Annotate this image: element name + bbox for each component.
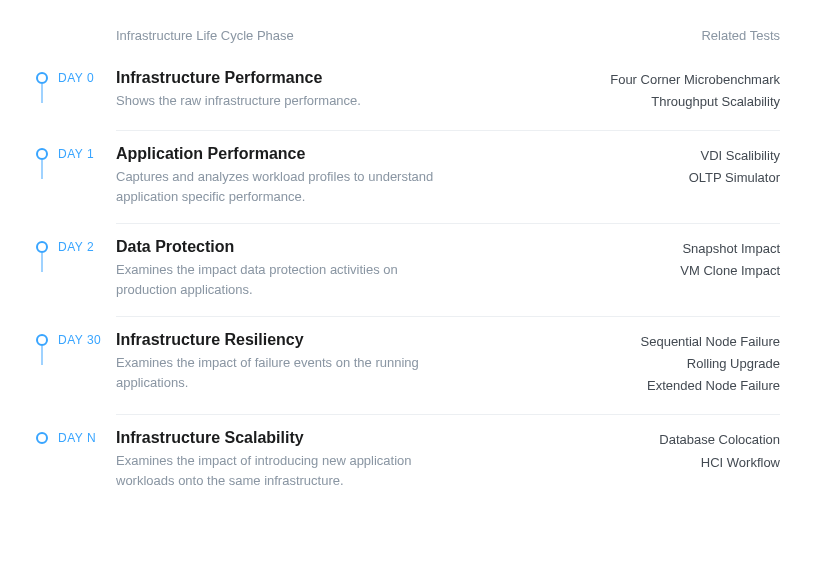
timeline-marker-icon (36, 241, 48, 253)
timeline-connector (41, 346, 43, 365)
related-test: Four Corner Microbenchmark (570, 69, 780, 91)
tests-col: Snapshot Impact VM Clone Impact (570, 238, 780, 282)
day-col: DAY 0 (36, 69, 116, 85)
phase-title: Infrastructure Performance (116, 69, 550, 87)
phase-title: Infrastructure Scalability (116, 429, 550, 447)
timeline-connector (41, 253, 43, 272)
related-test: Snapshot Impact (570, 238, 780, 260)
phase-description: Examines the impact of failure events on… (116, 353, 436, 392)
tests-col: Sequential Node Failure Rolling Upgrade … (570, 331, 780, 397)
phase-col: Application Performance Captures and ana… (116, 145, 570, 206)
phase-row: DAY 0 Infrastructure Performance Shows t… (36, 65, 780, 131)
timeline-marker-icon (36, 334, 48, 346)
header-right-label: Related Tests (701, 28, 780, 43)
day-col: DAY 1 (36, 145, 116, 161)
related-test: Throughput Scalability (570, 91, 780, 113)
day-label: DAY N (58, 431, 96, 445)
phase-col: Data Protection Examines the impact data… (116, 238, 570, 299)
phase-col: Infrastructure Performance Shows the raw… (116, 69, 570, 111)
related-test: VM Clone Impact (570, 260, 780, 282)
timeline: DAY 0 Infrastructure Performance Shows t… (36, 65, 780, 508)
related-test: OLTP Simulator (570, 167, 780, 189)
related-test: HCI Workflow (570, 452, 780, 474)
phase-description: Shows the raw infrastructure performance… (116, 91, 436, 111)
day-col: DAY 2 (36, 238, 116, 254)
related-test: VDI Scalibility (570, 145, 780, 167)
phase-row: DAY N Infrastructure Scalability Examine… (36, 415, 780, 508)
day-col: DAY 30 (36, 331, 116, 347)
day-label: DAY 30 (58, 333, 101, 347)
timeline-marker-icon (36, 148, 48, 160)
tests-col: VDI Scalibility OLTP Simulator (570, 145, 780, 189)
phase-title: Infrastructure Resiliency (116, 331, 550, 349)
related-test: Extended Node Failure (570, 375, 780, 397)
day-label: DAY 1 (58, 147, 94, 161)
phase-row: DAY 1 Application Performance Captures a… (36, 131, 780, 224)
phase-description: Captures and analyzes workload profiles … (116, 167, 436, 206)
related-test: Sequential Node Failure (570, 331, 780, 353)
header-row: Infrastructure Life Cycle Phase Related … (36, 28, 780, 43)
day-col: DAY N (36, 429, 116, 445)
diagram-wrap: Infrastructure Life Cycle Phase Related … (0, 0, 816, 528)
phase-col: Infrastructure Scalability Examines the … (116, 429, 570, 490)
related-test: Database Colocation (570, 429, 780, 451)
phase-description: Examines the impact of introducing new a… (116, 451, 436, 490)
timeline-connector (41, 84, 43, 103)
header-left-label: Infrastructure Life Cycle Phase (116, 28, 294, 43)
phase-description: Examines the impact data protection acti… (116, 260, 436, 299)
phase-title: Data Protection (116, 238, 550, 256)
tests-col: Four Corner Microbenchmark Throughput Sc… (570, 69, 780, 113)
tests-col: Database Colocation HCI Workflow (570, 429, 780, 473)
phase-row: DAY 30 Infrastructure Resiliency Examine… (36, 317, 780, 415)
timeline-marker-icon (36, 432, 48, 444)
phase-col: Infrastructure Resiliency Examines the i… (116, 331, 570, 392)
phase-title: Application Performance (116, 145, 550, 163)
day-label: DAY 0 (58, 71, 94, 85)
related-test: Rolling Upgrade (570, 353, 780, 375)
timeline-connector (41, 160, 43, 179)
timeline-marker-icon (36, 72, 48, 84)
day-label: DAY 2 (58, 240, 94, 254)
phase-row: DAY 2 Data Protection Examines the impac… (36, 224, 780, 317)
